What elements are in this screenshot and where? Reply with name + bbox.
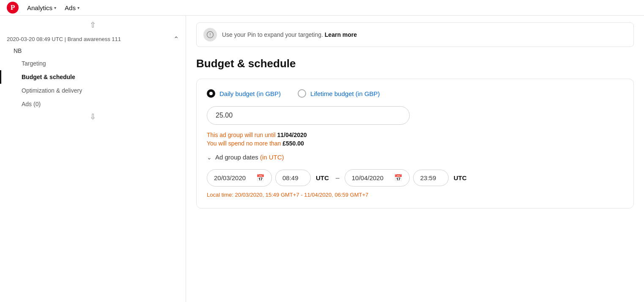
end-time-input[interactable] — [420, 174, 441, 181]
lifetime-budget-option[interactable]: Lifetime budget (in GBP) — [298, 89, 380, 98]
analytics-nav[interactable]: Analytics ▾ — [27, 4, 56, 11]
dates-chevron-icon: ⌄ — [207, 154, 212, 161]
ad-group-dates-toggle[interactable]: ⌄ Ad group dates (in UTC) — [207, 154, 623, 161]
svg-point-4 — [210, 36, 211, 36]
end-date-input[interactable] — [352, 174, 390, 181]
dates-toggle-label: Ad group dates (in UTC) — [215, 154, 284, 161]
learn-more-link[interactable]: Learn more — [325, 31, 357, 38]
end-date-input-wrap: 📅 — [345, 169, 410, 187]
campaign-label: 2020-03-20 08:49 UTC | Brand awareness 1… — [7, 36, 121, 42]
spend-amount: £550.00 — [282, 140, 304, 147]
end-utc-label: UTC — [452, 174, 469, 181]
start-utc-label: UTC — [314, 174, 331, 181]
start-date-input-wrap: 📅 — [207, 169, 272, 187]
date-range-dash: – — [334, 174, 341, 182]
end-date-calendar-icon[interactable]: 📅 — [394, 174, 403, 182]
sidebar-group-label: NB — [0, 45, 186, 57]
pinterest-logo[interactable]: P — [7, 2, 19, 14]
sidebar-item-optimization[interactable]: Optimization & delivery — [0, 84, 186, 97]
section-title: Budget & schedule — [196, 57, 634, 70]
analytics-label: Analytics — [27, 4, 52, 11]
ad-group-run-info: This ad group will run until 11/04/2020 — [207, 132, 623, 138]
sidebar-scroll-up[interactable]: ⇧ — [0, 19, 186, 31]
lifetime-budget-label: Lifetime budget (in GBP) — [310, 90, 380, 97]
lifetime-budget-radio[interactable] — [298, 89, 306, 98]
hint-banner: Use your Pin to expand your targeting. L… — [196, 22, 634, 47]
main-layout: ⇧ 2020-03-20 08:49 UTC | Brand awareness… — [0, 16, 644, 302]
start-time-input[interactable] — [282, 174, 304, 181]
hint-pin-icon — [203, 28, 217, 41]
analytics-chevron-icon: ▾ — [54, 5, 56, 10]
budget-type-radio-group: Daily budget (in GBP) Lifetime budget (i… — [207, 89, 623, 98]
ads-chevron-icon: ▾ — [77, 5, 79, 10]
start-date-calendar-icon[interactable]: 📅 — [256, 174, 265, 182]
budget-input[interactable] — [207, 106, 410, 125]
ads-label: Ads — [65, 4, 76, 11]
sidebar-item-budget-schedule[interactable]: Budget & schedule — [0, 70, 186, 84]
topnav: P Analytics ▾ Ads ▾ — [0, 0, 644, 16]
daily-budget-option[interactable]: Daily budget (in GBP) — [207, 89, 281, 98]
sidebar: ⇧ 2020-03-20 08:49 UTC | Brand awareness… — [0, 16, 186, 302]
sidebar-item-ads[interactable]: Ads (0) — [0, 97, 186, 111]
svg-text:P: P — [11, 3, 15, 11]
local-time-text: Local time: 20/03/2020, 15:49 GMT+7 - 11… — [207, 192, 623, 198]
start-date-input[interactable] — [214, 174, 252, 181]
sidebar-campaign: 2020-03-20 08:49 UTC | Brand awareness 1… — [0, 31, 186, 45]
spend-info: You will spend no more than £550.00 — [207, 140, 623, 147]
sidebar-scroll-down[interactable]: ⇩ — [0, 111, 186, 123]
end-time-input-wrap — [413, 170, 449, 186]
sidebar-item-targeting[interactable]: Targeting — [0, 57, 186, 70]
campaign-collapse-icon[interactable]: ⌃ — [173, 35, 179, 43]
start-time-input-wrap — [275, 170, 311, 186]
daily-budget-radio[interactable] — [207, 89, 215, 98]
budget-section: Budget & schedule Daily budget (in GBP) … — [186, 47, 644, 209]
hint-text: Use your Pin to expand your targeting. L… — [222, 31, 357, 38]
run-until-date: 11/04/2020 — [277, 132, 307, 138]
budget-input-wrap — [207, 106, 623, 125]
ads-nav[interactable]: Ads ▾ — [65, 4, 79, 11]
budget-card: Daily budget (in GBP) Lifetime budget (i… — [196, 79, 634, 209]
daily-budget-label: Daily budget (in GBP) — [219, 90, 281, 97]
content-area: Use your Pin to expand your targeting. L… — [186, 16, 644, 302]
datetime-row: 📅 UTC – 📅 — [207, 169, 623, 187]
